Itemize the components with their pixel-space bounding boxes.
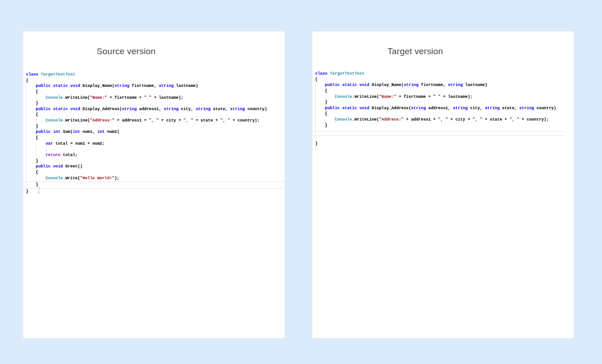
code-token: {: [26, 112, 38, 117]
code-token: void: [359, 106, 369, 111]
text-cursor-icon: [37, 187, 41, 195]
code-line: }: [26, 158, 285, 164]
code-line: {: [26, 112, 285, 118]
code-token: class: [26, 72, 38, 77]
code-token: string: [403, 83, 418, 87]
code-token: + state +: [193, 118, 220, 123]
code-token: city,: [468, 106, 485, 111]
code-token: }: [26, 182, 38, 187]
code-token: string: [230, 107, 245, 111]
code-token: ", ": [510, 117, 520, 122]
code-token: city,: [179, 107, 196, 111]
code-token: }: [26, 189, 28, 194]
code-token: Console: [46, 118, 63, 123]
code-token: string: [485, 106, 500, 111]
code-token: static: [342, 106, 357, 111]
code-line: Console.WriteLine("Address:" + address1 …: [26, 118, 285, 124]
code-line: {: [26, 89, 285, 95]
code-token: fisrtname,: [129, 84, 159, 88]
source-panel-title: Source version: [23, 46, 229, 56]
code-token: int: [53, 130, 60, 134]
code-line: {: [315, 111, 574, 117]
code-token: country): [534, 106, 556, 111]
code-token: Display_Address(: [80, 107, 122, 111]
code-token: + country);: [519, 117, 549, 122]
code-token: static: [53, 84, 67, 88]
code-token: "Address:": [379, 117, 403, 122]
code-token: TargetTextTest: [330, 71, 364, 76]
diff-gap: [315, 131, 574, 135]
target-code-editor[interactable]: class TargetTextTest{ public static void…: [315, 71, 574, 147]
code-token: address1,: [426, 106, 453, 111]
code-token: string: [122, 107, 137, 111]
code-token: }: [26, 124, 38, 129]
code-token: {: [26, 90, 38, 94]
code-token: [26, 118, 46, 123]
code-token: int: [73, 130, 80, 134]
diff-gap: [315, 136, 574, 141]
code-token: " ": [433, 95, 440, 99]
code-token: TargetTextTest: [41, 72, 75, 77]
code-token: public: [36, 164, 51, 169]
code-token: "Name:": [90, 96, 107, 100]
diff-gap: [315, 128, 574, 131]
code-token: "Name:": [379, 95, 396, 99]
code-line: public static void Display_Address(strin…: [315, 106, 574, 111]
code-line: public int Sum(int num1, int num2): [26, 129, 285, 135]
code-line: }: [26, 101, 285, 106]
code-token: }: [315, 123, 327, 128]
code-token: Display_Address(: [369, 106, 411, 111]
code-line: [26, 147, 285, 152]
code-token: static: [342, 83, 357, 87]
code-token: void: [70, 84, 80, 88]
code-token: class: [315, 71, 327, 76]
code-token: .WriteLine(: [352, 95, 379, 99]
code-token: Display_Name(: [369, 83, 404, 87]
code-line: class TargetTextTest: [315, 71, 574, 77]
code-token: + lastname);: [151, 96, 183, 100]
code-line: public static void Display_Name(string f…: [315, 82, 574, 88]
code-token: static: [53, 107, 67, 111]
code-token: total;: [61, 153, 78, 157]
code-token: return: [46, 153, 60, 157]
code-token: [315, 117, 335, 122]
code-token: }: [315, 100, 327, 105]
code-token: fisrtname,: [418, 83, 448, 87]
code-token: state,: [500, 106, 519, 111]
code-token: public: [36, 107, 51, 111]
code-token: country): [245, 107, 267, 111]
code-line: Console.WriteLine("Address:" + address1 …: [315, 117, 574, 123]
code-line: }: [315, 100, 574, 106]
code-token: ", ": [220, 118, 230, 123]
source-version-panel: Source version class TargetTextTest{ pub…: [23, 31, 285, 338]
code-line: }: [26, 124, 285, 130]
code-token: }: [315, 142, 317, 146]
code-token: string: [196, 107, 210, 111]
code-token: }: [26, 159, 38, 163]
target-panel-title: Target version: [312, 46, 518, 56]
code-line: {: [26, 78, 285, 84]
code-token: void: [53, 164, 63, 169]
code-token: string: [114, 84, 129, 88]
code-token: {: [26, 136, 38, 140]
code-token: [315, 83, 325, 87]
code-line: Console.Write("Hello World!");: [26, 176, 285, 182]
code-line: var total = num1 + num2;: [26, 141, 285, 147]
code-token: string: [453, 106, 468, 111]
code-line: }: [26, 189, 285, 195]
code-token: [26, 176, 46, 181]
code-token: void: [359, 83, 369, 87]
code-line: Console.WriteLine("Name:" + fisrtname + …: [26, 95, 285, 101]
code-token: + fisrtname +: [107, 96, 144, 100]
code-token: "Address:": [90, 118, 114, 123]
code-token: string: [411, 106, 426, 111]
code-token: + fisrtname +: [396, 95, 433, 99]
code-line: {: [315, 77, 574, 83]
code-token: .Write(: [63, 176, 80, 181]
code-token: + address1 +: [114, 118, 149, 123]
code-token: string: [159, 84, 173, 88]
source-code-editor[interactable]: class TargetTextTest{ public static void…: [26, 72, 285, 194]
code-line: }: [315, 123, 574, 129]
code-token: + lastname);: [440, 95, 472, 99]
code-token: " ": [144, 96, 151, 100]
